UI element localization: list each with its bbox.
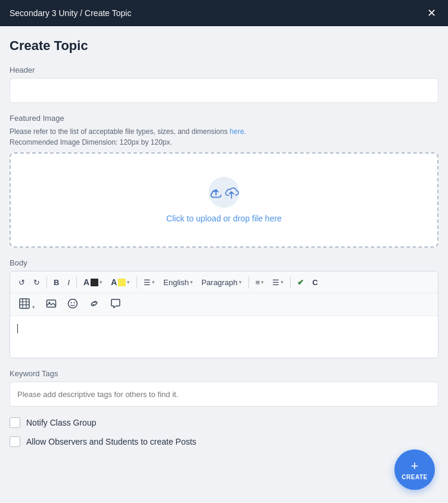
toolbar-divider-3: [136, 276, 137, 288]
header-input[interactable]: [10, 78, 438, 103]
highlight-chevron: ▾: [127, 279, 130, 285]
editor-container: ↺ ↻ B I A ▾ A ▾ ☰ ▾: [10, 271, 438, 358]
align-icon: ☰: [144, 278, 151, 287]
paragraph-chevron: ▾: [239, 279, 242, 285]
toolbar-divider-5: [290, 276, 291, 288]
highlight-swatch: [118, 279, 126, 286]
allow-checkbox[interactable]: [10, 436, 20, 447]
breadcrumb-base: Secondary 3 Unity: [10, 8, 77, 18]
allow-checkbox-item: Allow Observers and Students to create P…: [10, 436, 438, 447]
body-label: Body: [10, 258, 438, 267]
featured-image-note: Please refer to the list of acceptable f…: [10, 126, 438, 148]
featured-image-section: Featured Image Please refer to the list …: [10, 114, 438, 248]
emoji-button[interactable]: [63, 296, 82, 313]
editor-toolbar-row1: ↺ ↻ B I A ▾ A ▾ ☰ ▾: [10, 271, 438, 293]
clear-format-button[interactable]: C: [309, 276, 321, 289]
top-bar: Secondary 3 Unity / Create Topic ✕: [0, 0, 448, 26]
upload-area[interactable]: Click to upload or drop file here: [10, 152, 438, 248]
table-button[interactable]: ▾: [15, 296, 39, 313]
paragraph-label: Paragraph: [201, 278, 238, 287]
breadcrumb-separator: /: [77, 8, 85, 18]
language-dropdown[interactable]: English ▾: [160, 276, 197, 289]
toolbar-divider-1: [46, 276, 47, 288]
create-label: CREATE: [402, 474, 427, 480]
keyword-tags-input[interactable]: [10, 382, 438, 407]
paragraph-dropdown[interactable]: Paragraph ▾: [198, 276, 245, 289]
editor-cursor: [17, 324, 18, 333]
ordered-list-chevron: ▾: [261, 279, 264, 285]
svg-point-7: [69, 299, 77, 308]
font-color-button[interactable]: A ▾: [80, 275, 106, 289]
svg-point-8: [71, 302, 72, 304]
highlight-label: A: [111, 277, 117, 287]
ordered-list-button[interactable]: ≡ ▾: [252, 276, 268, 289]
undo-button[interactable]: ↺: [15, 276, 29, 289]
header-section: Header: [10, 65, 438, 103]
language-label: English: [163, 278, 189, 287]
featured-image-note-text2: Recommended Image Dimension: 120px by 12…: [10, 138, 172, 146]
close-button[interactable]: ✕: [425, 5, 438, 21]
font-color-swatch: [91, 279, 98, 286]
keyword-tags-label: Keyword Tags: [10, 369, 438, 378]
featured-image-label: Featured Image: [10, 114, 438, 123]
svg-rect-0: [20, 299, 29, 308]
breadcrumb: Secondary 3 Unity / Create Topic: [10, 8, 131, 18]
toolbar-divider-4: [248, 276, 249, 288]
featured-image-note-link[interactable]: here.: [230, 127, 246, 136]
unordered-list-icon: ☰: [272, 278, 279, 287]
notify-label: Notify Class Group: [26, 418, 96, 427]
body-section: Body ↺ ↻ B I A ▾ A ▾: [10, 258, 438, 358]
bold-button[interactable]: B: [50, 276, 63, 289]
comment-button[interactable]: [106, 296, 125, 313]
editor-body[interactable]: [10, 316, 438, 358]
page-title: Create Topic: [10, 38, 438, 54]
keyword-tags-section: Keyword Tags: [10, 369, 438, 407]
upload-text: Click to upload or drop file here: [166, 214, 282, 223]
breadcrumb-current: Create Topic: [85, 8, 131, 18]
create-plus-icon: +: [411, 460, 419, 473]
align-button[interactable]: ☰ ▾: [140, 276, 158, 289]
check-button[interactable]: ✔: [294, 276, 307, 289]
checkbox-section: Notify Class Group Allow Observers and S…: [10, 417, 438, 447]
featured-image-note-text1: Please refer to the list of acceptable f…: [10, 127, 230, 136]
italic-button[interactable]: I: [64, 276, 73, 289]
font-color-chevron: ▾: [99, 279, 102, 285]
svg-rect-5: [47, 300, 56, 307]
notify-checkbox-item: Notify Class Group: [10, 417, 438, 428]
ordered-list-icon: ≡: [256, 278, 260, 287]
align-chevron: ▾: [152, 279, 155, 285]
redo-button[interactable]: ↻: [30, 276, 43, 289]
language-chevron: ▾: [190, 279, 193, 285]
editor-toolbar-row2: ▾: [10, 293, 438, 316]
table-chevron: ▾: [32, 304, 35, 310]
unordered-list-button[interactable]: ☰ ▾: [269, 276, 287, 289]
header-label: Header: [10, 65, 438, 74]
unordered-list-chevron: ▾: [281, 279, 284, 285]
create-button[interactable]: + CREATE: [394, 449, 435, 490]
media-button[interactable]: [42, 296, 61, 313]
highlight-button[interactable]: A ▾: [107, 275, 133, 289]
upload-icon: [209, 177, 239, 208]
svg-point-9: [74, 302, 75, 304]
notify-checkbox[interactable]: [10, 417, 20, 428]
main-content: Create Topic Header Featured Image Pleas…: [0, 26, 448, 503]
allow-label: Allow Observers and Students to create P…: [26, 437, 197, 446]
link-button[interactable]: [85, 296, 104, 313]
font-color-label: A: [83, 277, 89, 287]
toolbar-divider-2: [76, 276, 77, 288]
